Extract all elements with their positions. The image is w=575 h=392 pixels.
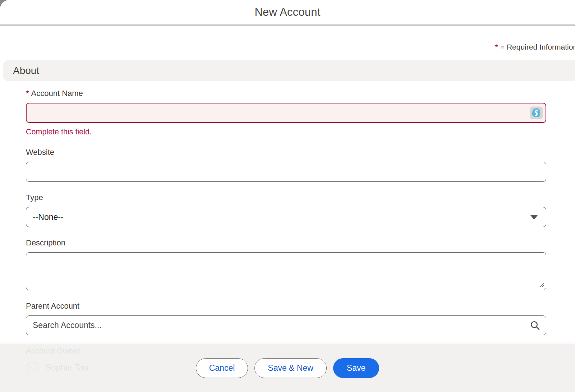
new-account-modal: New Account *= Required Information Abou…: [0, 0, 575, 392]
required-legend-text: = Required Information: [500, 43, 575, 51]
website-input-wrap: [26, 162, 546, 182]
section-header-about: About: [3, 60, 575, 81]
account-name-error: Complete this field.: [26, 128, 546, 137]
cancel-button[interactable]: Cancel: [196, 358, 248, 378]
field-parent-account: Parent Account: [26, 301, 546, 335]
website-label: Website: [26, 148, 546, 157]
modal-footer: Cancel Save & New Save: [0, 344, 575, 392]
type-selected-value: --None--: [33, 212, 64, 222]
website-input[interactable]: [26, 162, 546, 182]
description-label: Description: [26, 238, 546, 248]
account-name-input-wrap: [26, 103, 546, 123]
type-label: Type: [26, 193, 546, 202]
field-account-name: *Account Name Complete this field.: [26, 89, 546, 137]
field-type: Type --None--: [26, 193, 546, 227]
description-textarea-wrap: [26, 252, 546, 290]
search-icon: [530, 320, 540, 331]
autofill-extension-icon[interactable]: [530, 107, 543, 119]
modal-header: New Account: [0, 0, 575, 26]
section-title: About: [13, 65, 39, 77]
account-name-label-text: Account Name: [31, 89, 83, 98]
required-asterisk: *: [495, 43, 498, 51]
parent-account-input-wrap: [26, 315, 546, 335]
required-asterisk: *: [26, 89, 29, 98]
parent-account-label: Parent Account: [26, 301, 546, 311]
new-account-form: *Account Name Complete this field. Websi…: [26, 89, 546, 374]
page-title: New Account: [254, 6, 320, 19]
description-textarea[interactable]: [26, 252, 546, 290]
field-description: Description: [26, 238, 546, 290]
account-name-label: *Account Name: [26, 89, 546, 98]
save-button[interactable]: Save: [333, 358, 379, 378]
save-and-new-button[interactable]: Save & New: [254, 358, 327, 378]
field-website: Website: [26, 148, 546, 182]
required-legend: *= Required Information: [495, 43, 575, 51]
parent-account-search-input[interactable]: [26, 315, 546, 335]
chevron-down-icon: [530, 215, 538, 220]
type-select[interactable]: --None--: [26, 207, 546, 227]
account-name-input[interactable]: [26, 103, 546, 123]
